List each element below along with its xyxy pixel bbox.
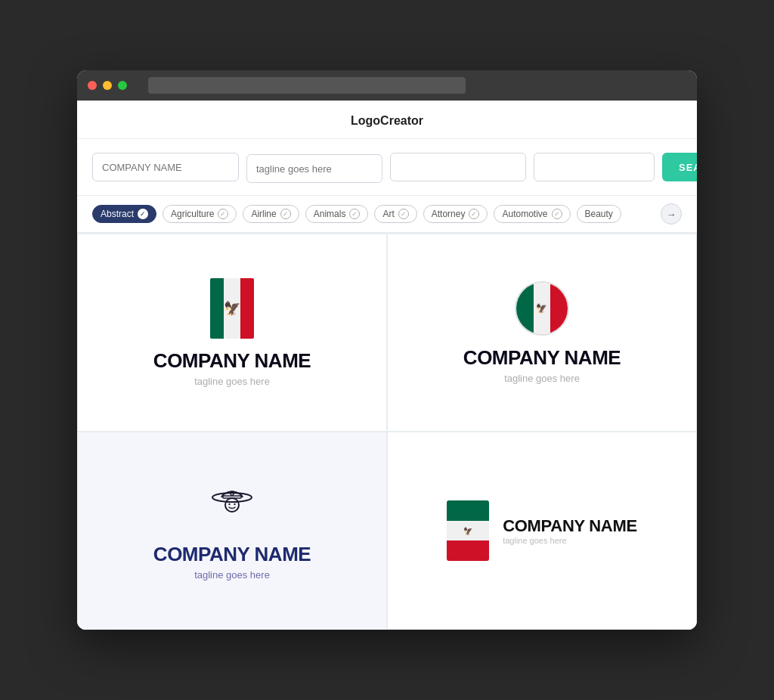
- eagle-emblem-circle: 🦅: [536, 303, 547, 314]
- filter-beauty-label: Beauty: [585, 209, 613, 219]
- titlebar: [77, 70, 697, 101]
- check-icon-abstract: ✓: [138, 209, 148, 219]
- logo-card-1[interactable]: 🦅 COMPANY NAME tagline goes here: [78, 234, 386, 431]
- svg-point-4: [234, 503, 235, 505]
- filter-beauty[interactable]: Beauty: [577, 205, 621, 223]
- logo-card-2[interactable]: 🦅 COMPANY NAME tagline goes here: [388, 234, 696, 431]
- logo2-company-name: COMPANY NAME: [463, 346, 621, 370]
- filter-animals-label: Animals: [314, 209, 346, 219]
- company-name-input[interactable]: [92, 153, 239, 181]
- flag-h-green: [447, 500, 489, 521]
- svg-point-3: [228, 503, 230, 505]
- mexico-flag-vertical: 🦅: [210, 278, 254, 339]
- app-title: LogoCreator: [351, 114, 423, 127]
- mexico-flag-circle: 🦅: [515, 281, 569, 336]
- eagle-emblem-h: 🦅: [463, 527, 472, 535]
- close-button[interactable]: [88, 81, 97, 90]
- filter-bar: Abstract ✓ Agriculture ✓ Airline ✓ Anima…: [77, 196, 697, 234]
- logo4-company-name: COMPANY NAME: [503, 516, 637, 536]
- flag-h-white: 🦅: [447, 521, 489, 541]
- flag-h-red: [447, 540, 489, 561]
- logo4-tagline: tagline goes here: [503, 536, 637, 545]
- filter-attorney-label: Attorney: [432, 209, 466, 219]
- address-bar: [148, 77, 466, 94]
- filter-agriculture-label: Agriculture: [171, 209, 214, 219]
- tagline-input[interactable]: [246, 154, 382, 183]
- filter-automotive-label: Automotive: [502, 209, 547, 219]
- check-icon-attorney: ✓: [469, 209, 479, 219]
- mexico-flag-horizontal: 🦅: [447, 500, 489, 561]
- filter-abstract[interactable]: Abstract ✓: [92, 205, 156, 223]
- circle-red: [550, 283, 568, 334]
- filter-abstract-label: Abstract: [101, 209, 134, 219]
- search-field-3[interactable]: [390, 153, 526, 181]
- logo3-tagline: tagline goes here: [194, 569, 270, 581]
- search-bar: SEARCH: [77, 139, 697, 196]
- flag-green: [210, 278, 224, 339]
- logo3-company-name: COMPANY NAME: [153, 543, 311, 566]
- filter-next-button[interactable]: →: [661, 203, 682, 225]
- app-header: LogoCreator: [77, 101, 697, 139]
- svg-point-2: [225, 498, 239, 512]
- flag-white: 🦅: [224, 278, 240, 339]
- logo2-tagline: tagline goes here: [504, 373, 580, 384]
- search-button[interactable]: SEARCH: [662, 153, 697, 181]
- maximize-button[interactable]: [118, 81, 127, 90]
- check-icon-agriculture: ✓: [218, 209, 228, 219]
- filter-automotive[interactable]: Automotive ✓: [494, 205, 570, 223]
- mariachi-icon: [206, 481, 258, 532]
- check-icon-animals: ✓: [349, 209, 360, 219]
- logo1-company-name: COMPANY NAME: [153, 349, 311, 373]
- logo-card-4[interactable]: 🦅 COMPANY NAME tagline goes here: [388, 432, 696, 629]
- minimize-button[interactable]: [103, 81, 112, 90]
- filter-airline[interactable]: Airline ✓: [243, 205, 299, 223]
- filter-art-label: Art: [382, 209, 394, 219]
- check-icon-automotive: ✓: [552, 209, 562, 219]
- circle-white: 🦅: [534, 283, 551, 334]
- app-body: LogoCreator SEARCH Abstract ✓ Agricultur…: [77, 101, 697, 630]
- logo4-text-block: COMPANY NAME tagline goes here: [503, 516, 637, 545]
- check-icon-art: ✓: [398, 209, 409, 219]
- filter-art[interactable]: Art ✓: [374, 205, 416, 223]
- app-window: LogoCreator SEARCH Abstract ✓ Agricultur…: [77, 70, 697, 630]
- filter-airline-label: Airline: [251, 209, 276, 219]
- eagle-emblem: 🦅: [224, 300, 240, 317]
- check-icon-airline: ✓: [280, 209, 291, 219]
- logo-card-3[interactable]: COMPANY NAME tagline goes here: [78, 432, 386, 629]
- flag-red: [240, 278, 254, 339]
- filter-animals[interactable]: Animals ✓: [305, 205, 369, 223]
- filter-agriculture[interactable]: Agriculture ✓: [163, 205, 237, 223]
- circle-green: [516, 283, 534, 334]
- logo1-tagline: tagline goes here: [194, 376, 270, 387]
- search-field-4[interactable]: [534, 153, 655, 181]
- filter-attorney[interactable]: Attorney ✓: [423, 205, 488, 223]
- logo-grid: 🦅 COMPANY NAME tagline goes here 🦅 COMPA…: [77, 234, 697, 630]
